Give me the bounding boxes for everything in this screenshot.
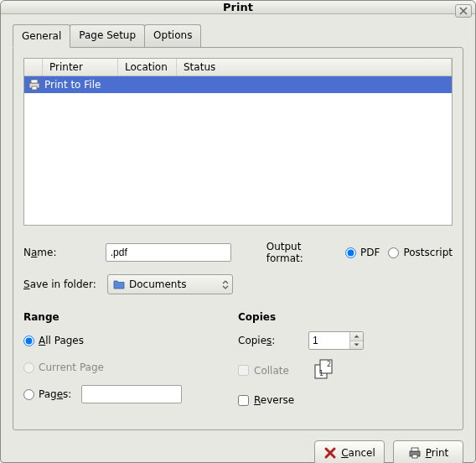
cancel-label: Cancel <box>341 447 375 459</box>
sections: Range All Pages Current Page <box>23 311 453 418</box>
radio-pages-input[interactable] <box>23 389 34 400</box>
check-collate-input <box>238 365 249 376</box>
tab-page-setup[interactable]: Page Setup <box>70 24 145 47</box>
save-folder-label: Save in folder: <box>23 278 107 290</box>
svg-rect-1 <box>31 80 38 83</box>
close-icon <box>459 7 468 15</box>
radio-postscript-label: Postscript <box>403 247 453 258</box>
radio-current-page-input <box>23 362 34 373</box>
svg-rect-9 <box>412 455 417 458</box>
save-folder-combo[interactable]: Documents <box>107 274 233 294</box>
printer-list: Printer Location Status Print to File <box>23 58 453 226</box>
name-label: Name: <box>23 247 106 258</box>
radio-pages-label: Pages: <box>39 388 71 400</box>
check-collate: Collate <box>238 365 289 377</box>
collate-icon: 1 2 <box>313 358 334 382</box>
radio-pdf-label: PDF <box>360 247 380 258</box>
pages-input[interactable] <box>81 385 182 403</box>
printer-list-header: Printer Location Status <box>24 59 452 76</box>
name-input[interactable] <box>106 243 231 262</box>
copies-title: Copies <box>238 311 453 323</box>
print-icon <box>408 446 422 460</box>
save-folder-value: Documents <box>129 278 186 290</box>
radio-current-page: Current Page <box>23 362 104 373</box>
folder-icon <box>113 279 125 289</box>
check-reverse[interactable]: Reverse <box>238 394 294 406</box>
header-icon-col <box>24 59 43 75</box>
svg-text:2: 2 <box>327 361 331 368</box>
cancel-icon <box>323 446 337 460</box>
radio-postscript-input[interactable] <box>388 247 399 258</box>
name-row: Name: Output format: PDF Postscript <box>23 241 453 264</box>
printer-row-print-to-file[interactable]: Print to File <box>24 76 452 93</box>
range-section: Range All Pages Current Page <box>23 311 238 418</box>
radio-all-pages-input[interactable] <box>23 336 34 346</box>
printer-icon <box>28 78 41 91</box>
svg-rect-8 <box>411 448 418 451</box>
check-reverse-label: Reverse <box>254 394 294 406</box>
copies-section: Copies Copies: <box>238 311 453 418</box>
button-row: Cancel Print <box>13 440 463 463</box>
print-button[interactable]: Print <box>393 440 463 463</box>
print-dialog: Print General Page Setup Options Printer… <box>0 0 476 463</box>
window-title: Print <box>223 1 253 13</box>
dialog-body: General Page Setup Options Printer Locat… <box>1 14 475 463</box>
titlebar: Print <box>1 1 475 14</box>
cancel-button[interactable]: Cancel <box>314 440 385 463</box>
radio-pdf[interactable]: PDF <box>345 247 380 258</box>
tab-bar: General Page Setup Options <box>13 24 463 47</box>
radio-all-pages-label: All Pages <box>39 335 84 346</box>
printer-name: Print to File <box>44 79 101 91</box>
tab-options[interactable]: Options <box>144 24 201 47</box>
output-format-group: Output format: PDF Postscript <box>266 241 453 264</box>
print-label: Print <box>426 447 449 459</box>
radio-all-pages[interactable]: All Pages <box>23 335 84 346</box>
copies-spin-up[interactable] <box>350 332 363 341</box>
range-title: Range <box>23 311 238 323</box>
radio-pdf-input[interactable] <box>345 247 356 258</box>
tab-panel-general: Printer Location Status Print to File Na… <box>13 47 463 430</box>
header-printer[interactable]: Printer <box>43 59 118 75</box>
combo-arrows-icon <box>222 280 229 289</box>
copies-spin-down[interactable] <box>350 341 363 350</box>
header-location[interactable]: Location <box>118 59 177 75</box>
copies-label: Copies: <box>238 335 308 346</box>
copies-spinner[interactable] <box>308 331 364 350</box>
header-status[interactable]: Status <box>177 59 452 75</box>
copies-input[interactable] <box>309 332 349 349</box>
radio-current-page-label: Current Page <box>39 362 104 373</box>
radio-postscript[interactable]: Postscript <box>388 247 453 258</box>
tab-general[interactable]: General <box>13 24 70 48</box>
save-folder-row: Save in folder: Documents <box>23 274 453 294</box>
close-button[interactable] <box>455 4 472 18</box>
svg-rect-2 <box>32 86 37 90</box>
output-format-label: Output format: <box>266 241 337 264</box>
check-collate-label: Collate <box>254 365 289 377</box>
check-reverse-input[interactable] <box>238 395 249 406</box>
svg-text:1: 1 <box>319 370 323 377</box>
radio-pages[interactable]: Pages: <box>23 388 71 400</box>
